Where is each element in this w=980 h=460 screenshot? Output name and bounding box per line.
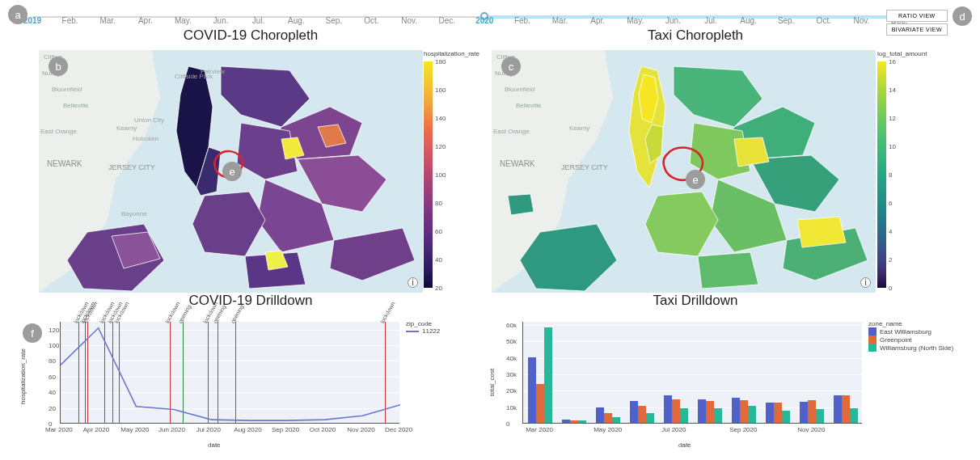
timeline-tick: 2020 [475, 16, 493, 25]
bar-ytick: 10k [506, 404, 517, 411]
covid-choropleth-svg [39, 50, 423, 293]
taxi-choropleth-map[interactable]: Clifton Nutley Bloomfield Belleville Eas… [492, 50, 876, 293]
bar-xtick: Nov 2020 [797, 426, 825, 433]
bar-xlabel: date [678, 441, 691, 449]
colorbar-tick: 10 [889, 143, 896, 150]
colorbar-tick: 20 [435, 285, 442, 292]
bar [850, 408, 858, 423]
bar-legend-item: East Williamsburg [868, 327, 953, 336]
timeline-tick: Sep. [778, 16, 795, 25]
line-xtick: Dec 2020 [385, 426, 412, 433]
bivariate-view-button[interactable]: BIVARIATE VIEW [886, 23, 948, 36]
line-ytick: 20 [49, 405, 56, 412]
bar [544, 327, 552, 423]
timeline-tick: Jul. [704, 16, 717, 25]
ratio-view-button[interactable]: RATIO VIEW [886, 10, 948, 22]
colorbar-tick: 2 [889, 256, 892, 264]
bar [834, 395, 842, 423]
map-info-icon[interactable]: i [860, 277, 871, 288]
bar [706, 401, 714, 423]
covid-colorbar: hospitalization_rate 1801601401201008060… [424, 50, 468, 293]
taxi-colorbar-gradient [877, 61, 886, 288]
line-xtick: May 2020 [120, 426, 149, 433]
bar-ytick: 20k [506, 387, 517, 395]
timeline-tick: Oct. [817, 16, 831, 25]
colorbar-tick: 120 [435, 143, 446, 150]
line-xtick: Sep 2020 [272, 426, 299, 433]
taxi-drill-title: Taxi Drilldown [582, 293, 809, 309]
line-xtick: Nov 2020 [347, 426, 374, 433]
line-xtick: Oct 2020 [310, 426, 336, 433]
timeline-tick: Jun. [213, 16, 229, 25]
taxi-map-title: Taxi Choropleth [582, 27, 809, 44]
bar [638, 406, 646, 423]
colorbar-tick: 4 [889, 228, 892, 235]
line-legend: zip_code 11222 [406, 320, 440, 335]
bar-ytick: 0 [506, 420, 509, 428]
timeline-tick: May. [627, 16, 644, 25]
line-xtick: Aug 2020 [234, 426, 261, 433]
line-ytick: 40 [49, 389, 56, 396]
timeline-tick: Oct. [364, 16, 378, 25]
line-ytick: 60 [49, 373, 56, 381]
timeline-tick: 2019 [23, 16, 41, 25]
taxi-choropleth-svg [492, 50, 876, 293]
bar [562, 420, 570, 423]
bar [808, 400, 816, 423]
bar [528, 357, 536, 423]
timeline-tick: Apr. [138, 16, 153, 25]
line-plot-area [60, 322, 399, 424]
timeline-tick: Apr. [590, 16, 605, 25]
colorbar-tick: 100 [435, 171, 446, 179]
timeline-tick: Aug. [740, 16, 757, 25]
line-ytick: 120 [49, 327, 59, 334]
colorbar-tick: 180 [435, 58, 446, 65]
taxi-colorbar: log_total_amount 1614121086420 [877, 50, 922, 293]
bar [630, 401, 638, 423]
bar [596, 407, 604, 423]
covid-drill-title: COVID-19 Drilldown [137, 293, 364, 309]
timeline-tick: Nov. [853, 16, 869, 25]
line-xtick: Jun 2020 [158, 426, 185, 433]
bar [604, 413, 612, 423]
event-marker-label: lockdown [379, 301, 396, 324]
timeline-tick: Mar. [99, 16, 115, 25]
colorbar-tick: 12 [889, 115, 896, 122]
covid-colorbar-title: hospitalization_rate [424, 50, 468, 57]
taxi-drilldown-chart[interactable]: date total_cost zone_name East Williamsb… [488, 315, 957, 453]
colorbar-tick: 80 [435, 200, 442, 207]
bar-legend-title: zone_name [868, 320, 953, 327]
bar-legend-item: Williamsburg (North Side) [868, 344, 953, 352]
bar [672, 399, 680, 423]
bar [842, 395, 850, 423]
map-info-icon[interactable]: i [408, 277, 418, 288]
bar [766, 403, 774, 423]
bar [774, 403, 782, 423]
colorbar-tick: 14 [889, 87, 896, 94]
bar-ylabel: total_cost [488, 369, 496, 396]
timeline-tick: Aug. [288, 16, 305, 25]
covid-drilldown-chart[interactable]: date hospitalization_rate zip_code 11222… [18, 315, 467, 453]
bar [782, 411, 790, 423]
bar-ytick: 50k [506, 338, 517, 345]
colorbar-tick: 40 [435, 256, 442, 264]
line-xtick: Apr 2020 [83, 426, 109, 433]
bar-xtick: May 2020 [593, 426, 622, 433]
bar [740, 400, 748, 423]
colorbar-tick: 0 [889, 285, 892, 292]
bar [664, 395, 672, 423]
covid-choropleth-map[interactable]: Clifton Nutley Bloomfield Belleville Eas… [39, 50, 423, 293]
colorbar-tick: 8 [889, 171, 892, 179]
bar [612, 417, 620, 423]
bar [816, 409, 824, 423]
timeline-tick: Mar. [552, 16, 568, 25]
line-ylabel: hospitalization_rate [19, 348, 27, 404]
line-legend-item: 11222 [422, 327, 440, 335]
line-ytick: 80 [49, 357, 56, 365]
colorbar-tick: 6 [889, 200, 892, 207]
bar-xtick: Jul 2020 [661, 426, 686, 433]
bar [732, 398, 740, 424]
timeline-track [32, 16, 899, 18]
bar-xtick: Mar 2020 [526, 426, 553, 433]
timeline-slider[interactable] [32, 8, 899, 26]
